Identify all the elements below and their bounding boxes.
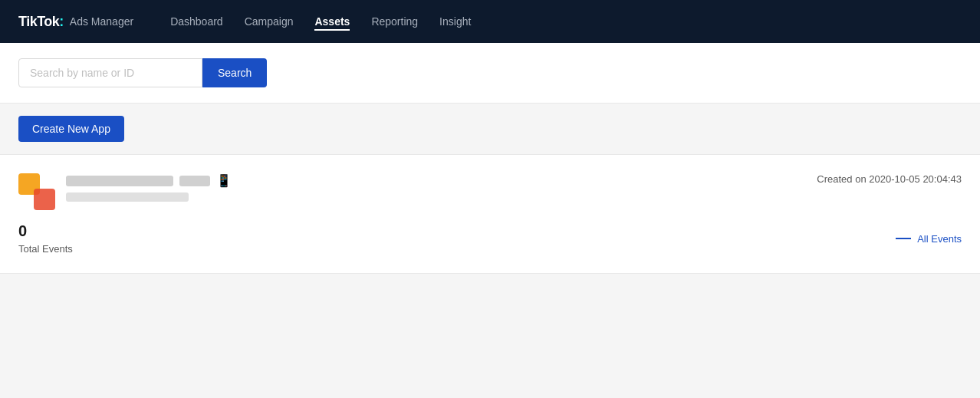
- all-events-line-icon: [896, 238, 911, 239]
- app-card: 📱 Created on 2020-10-05 20:04:43 0 Total…: [0, 154, 980, 274]
- created-date-value: 2020-10-05 20:04:43: [869, 173, 962, 185]
- total-events-value: 0: [18, 222, 73, 240]
- created-label: Created on: [817, 173, 866, 185]
- app-icon-inner: [18, 173, 55, 210]
- search-input[interactable]: [18, 58, 202, 87]
- logo-colon: :: [59, 14, 64, 29]
- logo: TikTok:: [18, 14, 64, 30]
- nav-reporting[interactable]: Reporting: [371, 12, 418, 31]
- search-area: Search: [0, 43, 980, 104]
- app-details: 📱: [66, 173, 232, 202]
- app-id-blurred: [66, 192, 189, 202]
- ads-manager-label: Ads Manager: [70, 15, 133, 28]
- app-name-blurred: [66, 176, 173, 186]
- create-new-app-button[interactable]: Create New App: [18, 116, 124, 142]
- nav-campaign[interactable]: Campaign: [245, 12, 294, 31]
- nav-insight[interactable]: Insight: [439, 12, 471, 31]
- logo-tiktok: TikTok: [18, 14, 59, 29]
- logo-area: TikTok: Ads Manager: [18, 14, 133, 30]
- search-button[interactable]: Search: [202, 58, 267, 87]
- app-card-header: 📱 Created on 2020-10-05 20:04:43: [18, 173, 962, 210]
- app-info: 📱: [18, 173, 232, 210]
- content-area: Create New App 📱: [0, 104, 980, 398]
- all-events-link[interactable]: All Events: [896, 233, 962, 245]
- toolbar-area: Create New App: [0, 104, 980, 154]
- main-nav: Dashboard Campaign Assets Reporting Insi…: [170, 12, 962, 31]
- total-events-label: Total Events: [18, 243, 73, 255]
- total-events-stat: 0 Total Events: [18, 222, 73, 255]
- app-name-blurred2: [179, 176, 210, 186]
- app-name-row: 📱: [66, 173, 232, 188]
- all-events-label: All Events: [917, 233, 962, 245]
- nav-dashboard[interactable]: Dashboard: [170, 12, 223, 31]
- icon-square-red: [34, 189, 55, 210]
- app-icon: [18, 173, 55, 210]
- created-date: Created on 2020-10-05 20:04:43: [817, 173, 962, 185]
- header: TikTok: Ads Manager Dashboard Campaign A…: [0, 0, 980, 43]
- nav-assets[interactable]: Assets: [314, 12, 350, 31]
- android-icon: 📱: [216, 173, 232, 188]
- stats-row: 0 Total Events All Events: [18, 222, 962, 255]
